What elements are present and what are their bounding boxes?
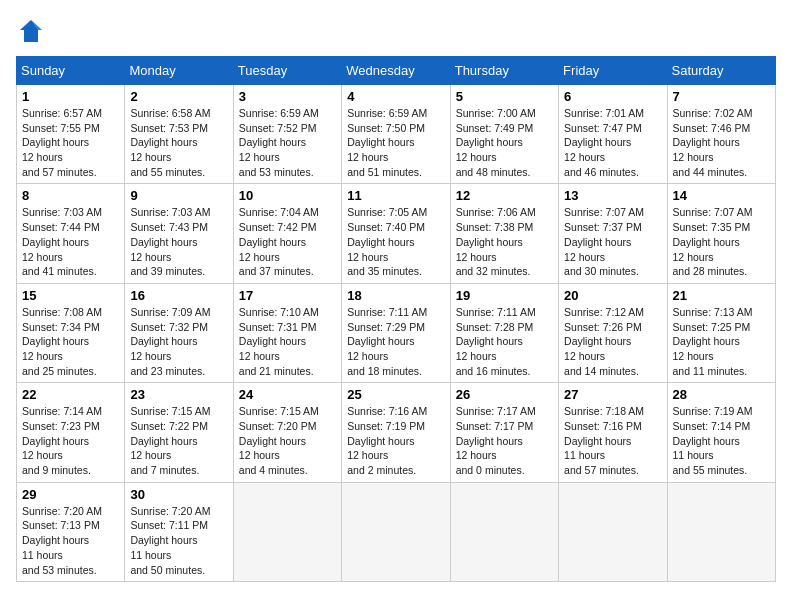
calendar-cell: 17Sunrise: 7:10 AMSunset: 7:31 PMDayligh…	[233, 283, 341, 382]
day-info: Sunrise: 7:11 AMSunset: 7:29 PMDaylight …	[347, 305, 444, 378]
day-info: Sunrise: 6:59 AMSunset: 7:50 PMDaylight …	[347, 106, 444, 179]
calendar-cell: 29Sunrise: 7:20 AMSunset: 7:13 PMDayligh…	[17, 482, 125, 581]
calendar-cell: 28Sunrise: 7:19 AMSunset: 7:14 PMDayligh…	[667, 383, 775, 482]
calendar-cell: 9Sunrise: 7:03 AMSunset: 7:43 PMDaylight…	[125, 184, 233, 283]
week-row-2: 8Sunrise: 7:03 AMSunset: 7:44 PMDaylight…	[17, 184, 776, 283]
day-number: 13	[564, 188, 661, 203]
header-thursday: Thursday	[450, 57, 558, 85]
logo-icon	[16, 16, 46, 46]
calendar-cell: 16Sunrise: 7:09 AMSunset: 7:32 PMDayligh…	[125, 283, 233, 382]
day-info: Sunrise: 7:16 AMSunset: 7:19 PMDaylight …	[347, 404, 444, 477]
day-info: Sunrise: 7:00 AMSunset: 7:49 PMDaylight …	[456, 106, 553, 179]
day-number: 27	[564, 387, 661, 402]
day-number: 8	[22, 188, 119, 203]
day-info: Sunrise: 7:07 AMSunset: 7:35 PMDaylight …	[673, 205, 770, 278]
header-saturday: Saturday	[667, 57, 775, 85]
day-info: Sunrise: 7:09 AMSunset: 7:32 PMDaylight …	[130, 305, 227, 378]
calendar-cell: 22Sunrise: 7:14 AMSunset: 7:23 PMDayligh…	[17, 383, 125, 482]
day-number: 11	[347, 188, 444, 203]
calendar-cell: 19Sunrise: 7:11 AMSunset: 7:28 PMDayligh…	[450, 283, 558, 382]
header-row: SundayMondayTuesdayWednesdayThursdayFrid…	[17, 57, 776, 85]
week-row-4: 22Sunrise: 7:14 AMSunset: 7:23 PMDayligh…	[17, 383, 776, 482]
day-number: 30	[130, 487, 227, 502]
day-number: 23	[130, 387, 227, 402]
header-sunday: Sunday	[17, 57, 125, 85]
day-number: 5	[456, 89, 553, 104]
day-number: 2	[130, 89, 227, 104]
day-info: Sunrise: 7:14 AMSunset: 7:23 PMDaylight …	[22, 404, 119, 477]
day-number: 1	[22, 89, 119, 104]
day-number: 19	[456, 288, 553, 303]
day-info: Sunrise: 7:02 AMSunset: 7:46 PMDaylight …	[673, 106, 770, 179]
calendar-cell: 5Sunrise: 7:00 AMSunset: 7:49 PMDaylight…	[450, 85, 558, 184]
day-info: Sunrise: 7:06 AMSunset: 7:38 PMDaylight …	[456, 205, 553, 278]
calendar-cell: 3Sunrise: 6:59 AMSunset: 7:52 PMDaylight…	[233, 85, 341, 184]
page-header	[16, 16, 776, 46]
calendar-cell: 15Sunrise: 7:08 AMSunset: 7:34 PMDayligh…	[17, 283, 125, 382]
day-info: Sunrise: 7:08 AMSunset: 7:34 PMDaylight …	[22, 305, 119, 378]
day-number: 14	[673, 188, 770, 203]
day-info: Sunrise: 7:04 AMSunset: 7:42 PMDaylight …	[239, 205, 336, 278]
header-tuesday: Tuesday	[233, 57, 341, 85]
day-number: 24	[239, 387, 336, 402]
svg-marker-0	[20, 20, 42, 42]
day-info: Sunrise: 7:11 AMSunset: 7:28 PMDaylight …	[456, 305, 553, 378]
day-number: 20	[564, 288, 661, 303]
day-number: 17	[239, 288, 336, 303]
day-info: Sunrise: 6:58 AMSunset: 7:53 PMDaylight …	[130, 106, 227, 179]
calendar-cell: 25Sunrise: 7:16 AMSunset: 7:19 PMDayligh…	[342, 383, 450, 482]
day-info: Sunrise: 7:20 AMSunset: 7:11 PMDaylight …	[130, 504, 227, 577]
calendar-cell: 23Sunrise: 7:15 AMSunset: 7:22 PMDayligh…	[125, 383, 233, 482]
calendar-cell	[450, 482, 558, 581]
day-number: 6	[564, 89, 661, 104]
day-number: 12	[456, 188, 553, 203]
calendar-cell	[559, 482, 667, 581]
day-number: 26	[456, 387, 553, 402]
calendar-cell	[667, 482, 775, 581]
day-number: 9	[130, 188, 227, 203]
day-info: Sunrise: 7:01 AMSunset: 7:47 PMDaylight …	[564, 106, 661, 179]
calendar-table: SundayMondayTuesdayWednesdayThursdayFrid…	[16, 56, 776, 582]
calendar-cell	[342, 482, 450, 581]
day-info: Sunrise: 7:15 AMSunset: 7:20 PMDaylight …	[239, 404, 336, 477]
day-number: 16	[130, 288, 227, 303]
calendar-cell: 4Sunrise: 6:59 AMSunset: 7:50 PMDaylight…	[342, 85, 450, 184]
header-monday: Monday	[125, 57, 233, 85]
day-number: 18	[347, 288, 444, 303]
day-number: 3	[239, 89, 336, 104]
day-info: Sunrise: 7:03 AMSunset: 7:43 PMDaylight …	[130, 205, 227, 278]
day-info: Sunrise: 7:20 AMSunset: 7:13 PMDaylight …	[22, 504, 119, 577]
day-number: 29	[22, 487, 119, 502]
day-number: 25	[347, 387, 444, 402]
day-info: Sunrise: 7:13 AMSunset: 7:25 PMDaylight …	[673, 305, 770, 378]
logo	[16, 16, 50, 46]
calendar-cell: 11Sunrise: 7:05 AMSunset: 7:40 PMDayligh…	[342, 184, 450, 283]
calendar-cell: 6Sunrise: 7:01 AMSunset: 7:47 PMDaylight…	[559, 85, 667, 184]
week-row-1: 1Sunrise: 6:57 AMSunset: 7:55 PMDaylight…	[17, 85, 776, 184]
day-info: Sunrise: 7:12 AMSunset: 7:26 PMDaylight …	[564, 305, 661, 378]
calendar-cell: 21Sunrise: 7:13 AMSunset: 7:25 PMDayligh…	[667, 283, 775, 382]
calendar-cell: 24Sunrise: 7:15 AMSunset: 7:20 PMDayligh…	[233, 383, 341, 482]
calendar-cell: 27Sunrise: 7:18 AMSunset: 7:16 PMDayligh…	[559, 383, 667, 482]
day-info: Sunrise: 7:19 AMSunset: 7:14 PMDaylight …	[673, 404, 770, 477]
calendar-cell: 30Sunrise: 7:20 AMSunset: 7:11 PMDayligh…	[125, 482, 233, 581]
calendar-cell: 13Sunrise: 7:07 AMSunset: 7:37 PMDayligh…	[559, 184, 667, 283]
calendar-cell	[233, 482, 341, 581]
calendar-cell: 14Sunrise: 7:07 AMSunset: 7:35 PMDayligh…	[667, 184, 775, 283]
header-wednesday: Wednesday	[342, 57, 450, 85]
week-row-5: 29Sunrise: 7:20 AMSunset: 7:13 PMDayligh…	[17, 482, 776, 581]
day-info: Sunrise: 6:57 AMSunset: 7:55 PMDaylight …	[22, 106, 119, 179]
calendar-cell: 18Sunrise: 7:11 AMSunset: 7:29 PMDayligh…	[342, 283, 450, 382]
header-friday: Friday	[559, 57, 667, 85]
day-number: 10	[239, 188, 336, 203]
calendar-cell: 7Sunrise: 7:02 AMSunset: 7:46 PMDaylight…	[667, 85, 775, 184]
day-info: Sunrise: 7:05 AMSunset: 7:40 PMDaylight …	[347, 205, 444, 278]
day-info: Sunrise: 7:18 AMSunset: 7:16 PMDaylight …	[564, 404, 661, 477]
calendar-cell: 26Sunrise: 7:17 AMSunset: 7:17 PMDayligh…	[450, 383, 558, 482]
calendar-cell: 20Sunrise: 7:12 AMSunset: 7:26 PMDayligh…	[559, 283, 667, 382]
day-info: Sunrise: 7:15 AMSunset: 7:22 PMDaylight …	[130, 404, 227, 477]
day-info: Sunrise: 7:10 AMSunset: 7:31 PMDaylight …	[239, 305, 336, 378]
calendar-cell: 1Sunrise: 6:57 AMSunset: 7:55 PMDaylight…	[17, 85, 125, 184]
calendar-cell: 10Sunrise: 7:04 AMSunset: 7:42 PMDayligh…	[233, 184, 341, 283]
day-info: Sunrise: 7:03 AMSunset: 7:44 PMDaylight …	[22, 205, 119, 278]
